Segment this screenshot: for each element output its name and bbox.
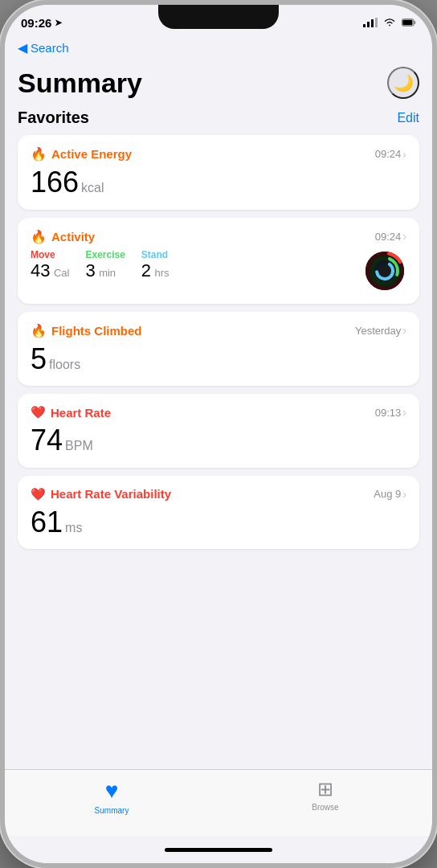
wifi-icon: [382, 18, 397, 27]
card-header: 🔥 Activity 09:24 ›: [31, 229, 406, 244]
card-title-row: 🔥 Activity: [31, 229, 95, 244]
summary-tab-icon: ♥: [105, 778, 119, 804]
active-energy-unit: kcal: [81, 181, 104, 194]
section-header: Favorites Edit: [18, 108, 419, 127]
flights-value-row: 5floors: [31, 343, 406, 375]
status-icons: [363, 18, 416, 27]
exercise-value: 3: [85, 260, 95, 280]
card-title-row: ❤️ Heart Rate Variability: [31, 487, 171, 502]
back-nav[interactable]: ◀ Search: [5, 40, 432, 60]
card-time: Yesterday ›: [355, 324, 406, 337]
card-header: 🔥 Flights Climbed Yesterday ›: [31, 323, 406, 338]
card-title-row: 🔥 Active Energy: [31, 146, 132, 162]
flame-icon: 🔥: [31, 323, 47, 338]
move-metric: Move 43 Cal: [31, 249, 69, 280]
chevron-icon: ›: [402, 324, 406, 337]
svg-rect-1: [367, 22, 370, 27]
stand-unit: hrs: [155, 267, 169, 279]
heart-rate-time: 09:13: [375, 407, 402, 419]
back-label[interactable]: Search: [31, 41, 69, 55]
svg-rect-3: [375, 18, 378, 27]
activity-title: Activity: [51, 230, 95, 244]
flame-icon: 🔥: [31, 229, 47, 244]
heart-rate-value-row: 74BPM: [31, 424, 406, 457]
activity-ring: [363, 249, 406, 293]
svg-rect-2: [371, 19, 374, 27]
phone-frame: 09:26 ➤: [0, 0, 437, 868]
phone-screen: 09:26 ➤: [5, 5, 432, 863]
location-icon: ➤: [55, 18, 62, 28]
battery-icon: [402, 18, 416, 27]
activity-metrics: Move 43 Cal Exercise 3 min: [31, 249, 406, 293]
back-arrow-icon: ◀: [18, 40, 27, 55]
stand-label: Stand: [141, 249, 169, 260]
active-energy-title: Active Energy: [51, 147, 132, 161]
activity-card[interactable]: 🔥 Activity 09:24 › Move 43 Cal: [18, 218, 419, 304]
active-energy-card[interactable]: 🔥 Active Energy 09:24 › 166kcal: [18, 135, 419, 210]
chevron-icon: ›: [402, 230, 406, 243]
card-title-row: ❤️ Heart Rate: [31, 405, 111, 420]
card-time: Aug 9 ›: [374, 488, 406, 501]
active-energy-value: 166: [31, 166, 79, 199]
hrv-title: Heart Rate Variability: [51, 487, 171, 501]
heart-rate-value: 74: [31, 424, 63, 457]
hrv-time: Aug 9: [374, 488, 401, 500]
hrv-value: 61: [31, 506, 63, 538]
card-header: ❤️ Heart Rate Variability Aug 9 ›: [31, 487, 406, 502]
time-display: 09:26: [21, 16, 51, 30]
tab-summary[interactable]: ♥ Summary: [5, 778, 218, 815]
heart-icon: ❤️: [31, 405, 46, 420]
favorites-label: Favorites: [18, 108, 89, 127]
move-unit: Cal: [54, 267, 70, 279]
heart-rate-title: Heart Rate: [51, 406, 111, 420]
flights-value: 5: [31, 342, 47, 375]
browse-tab-label: Browse: [312, 803, 338, 812]
chevron-icon: ›: [402, 148, 406, 161]
status-time: 09:26 ➤: [21, 16, 62, 30]
status-bar: 09:26 ➤: [5, 5, 432, 40]
card-title-row: 🔥 Flights Climbed: [31, 323, 142, 338]
stand-metric: Stand 2 hrs: [141, 249, 169, 280]
heart-rate-card[interactable]: ❤️ Heart Rate 09:13 › 74BPM: [18, 394, 419, 468]
chevron-icon: ›: [402, 488, 406, 501]
active-energy-value-row: 166kcal: [31, 166, 406, 199]
exercise-label: Exercise: [85, 249, 125, 260]
edit-button[interactable]: Edit: [397, 111, 419, 125]
svg-rect-6: [402, 20, 412, 25]
hrv-unit: ms: [65, 521, 82, 534]
move-value: 43: [31, 260, 50, 280]
notch: [158, 5, 279, 29]
hrv-value-row: 61ms: [31, 506, 406, 538]
tab-bar: ♥ Summary ⊞ Browse: [5, 769, 432, 836]
stand-value: 2: [141, 260, 151, 280]
browse-tab-icon: ⊞: [317, 778, 333, 800]
home-bar: [165, 848, 272, 852]
tab-browse[interactable]: ⊞ Browse: [218, 778, 432, 812]
move-label: Move: [31, 249, 69, 260]
card-time: 09:24 ›: [375, 230, 406, 243]
page-title: Summary: [18, 68, 142, 99]
flights-time: Yesterday: [355, 325, 401, 337]
flights-title: Flights Climbed: [51, 324, 142, 338]
hrv-card[interactable]: ❤️ Heart Rate Variability Aug 9 › 61ms: [18, 476, 419, 550]
summary-tab-label: Summary: [95, 806, 129, 815]
home-indicator: [5, 836, 432, 863]
moon-button[interactable]: 🌙: [387, 67, 419, 99]
page-header: Summary 🌙: [18, 60, 419, 108]
main-content: Summary 🌙 Favorites Edit 🔥 Active Energy…: [5, 60, 432, 769]
svg-rect-0: [363, 24, 366, 27]
card-time: 09:13 ›: [375, 406, 406, 419]
flights-unit: floors: [49, 358, 80, 371]
flame-icon: 🔥: [31, 146, 47, 162]
flights-climbed-card[interactable]: 🔥 Flights Climbed Yesterday › 5floors: [18, 312, 419, 387]
chevron-icon: ›: [402, 406, 406, 419]
activity-time: 09:24: [375, 231, 402, 243]
exercise-metric: Exercise 3 min: [85, 249, 125, 280]
active-energy-time: 09:24: [375, 148, 402, 160]
card-time: 09:24 ›: [375, 148, 406, 161]
heart-icon: ❤️: [31, 487, 46, 502]
card-header: 🔥 Active Energy 09:24 ›: [31, 146, 406, 162]
exercise-unit: min: [99, 267, 116, 279]
svg-rect-5: [414, 21, 415, 24]
card-header: ❤️ Heart Rate 09:13 ›: [31, 405, 406, 420]
